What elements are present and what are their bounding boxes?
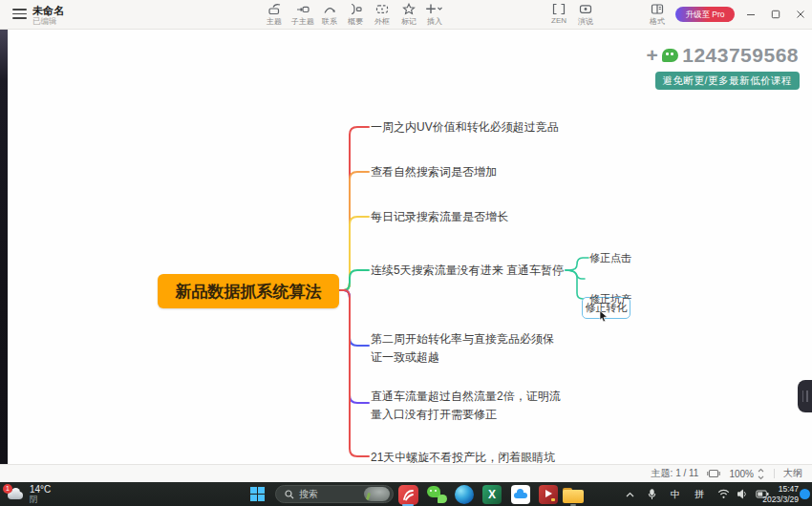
- sub-branch-line: [566, 258, 588, 270]
- sub-branch-line: [566, 270, 585, 279]
- taskbar-app-file-explorer[interactable]: [562, 483, 585, 506]
- topic-node[interactable]: 查看自然搜索词是否增加: [371, 164, 497, 179]
- zoom-control[interactable]: 100%: [729, 468, 765, 480]
- excel-icon: X: [482, 485, 502, 504]
- pitch-icon: [569, 3, 602, 15]
- fit-map-icon: [707, 468, 720, 479]
- topic-node[interactable]: 21天中螺旋不看投产比，闭着眼睛坑: [371, 450, 555, 464]
- desktop-edge: [0, 29, 8, 464]
- clock-time: 15:47: [762, 484, 799, 495]
- document-status: 已编辑: [32, 16, 57, 28]
- maximize-button[interactable]: [763, 0, 788, 29]
- folder-icon: [563, 488, 584, 504]
- tray-volume[interactable]: [734, 482, 751, 506]
- tray-microphone[interactable]: [643, 482, 660, 506]
- taskbar-app-wechat[interactable]: [425, 483, 448, 506]
- taskbar-app-excel[interactable]: X: [481, 483, 503, 506]
- outline-button[interactable]: 大纲: [783, 467, 802, 480]
- side-panel-handle[interactable]: [798, 380, 812, 412]
- close-icon: [796, 10, 805, 19]
- search-input[interactable]: 搜索: [275, 485, 394, 503]
- speaker-icon: [737, 489, 748, 499]
- subtopic-node[interactable]: 修正点击: [589, 251, 631, 265]
- taskbar-app-media[interactable]: [537, 483, 560, 506]
- wechat-app-icon: [427, 485, 447, 504]
- pitch-button[interactable]: 演说: [569, 3, 602, 27]
- clock-date: 2023/3/29: [762, 495, 799, 505]
- topic-node[interactable]: 一周之内UV价值和转化必须超过竞品: [371, 119, 559, 135]
- menu-icon[interactable]: [12, 9, 27, 19]
- microphone-icon: [647, 489, 657, 500]
- maximize-icon: [771, 10, 780, 19]
- titlebar: 未命名 已编辑 主题 子主题 联系 概要 外框 标记 插入 ZEN 演说 格式 …: [0, 0, 812, 30]
- subtopic-node[interactable]: 修正坑产: [589, 292, 631, 306]
- temperature: 14°C: [30, 484, 51, 495]
- taskbar: 1 14°C 阴 搜索 X: [0, 482, 812, 506]
- search-highlight-image: [364, 487, 390, 501]
- zoom-level: 100%: [729, 469, 754, 479]
- branch-line: [339, 290, 369, 456]
- cloud-icon: 1: [6, 488, 25, 501]
- insert-icon: [418, 3, 451, 15]
- taskbar-clock[interactable]: 15:47 2023/3/29: [762, 484, 799, 504]
- ime-language-button[interactable]: 中: [667, 482, 684, 506]
- taskbar-app-edge[interactable]: [453, 483, 476, 506]
- chevron-up-icon: [626, 492, 634, 497]
- cloud-drive-icon: [511, 485, 530, 504]
- weather-condition: 阴: [30, 495, 51, 504]
- mindmap-canvas[interactable]: + 1243759568 避免断更/更多最新低价课程 新品数据抓系统算法 一周之…: [0, 29, 812, 464]
- topic-icon: [258, 3, 290, 15]
- app-statusbar: 主题: 1 / 11 100% 大纲: [0, 464, 812, 482]
- branch-line: [339, 290, 369, 346]
- zoom-stepper-icon: [757, 468, 765, 480]
- close-button[interactable]: [788, 0, 812, 29]
- topic-node[interactable]: 直通车流量超过自然流量2倍，证明流 量入口没有打开需要修正: [371, 388, 575, 424]
- upgrade-pro-button[interactable]: 升级至 Pro: [675, 7, 735, 22]
- minimize-button[interactable]: [738, 0, 763, 29]
- taskbar-app-mindmap[interactable]: [396, 483, 419, 506]
- topic-counter: 主题: 1 / 11: [652, 467, 699, 480]
- taskbar-app-cloud-drive[interactable]: [509, 483, 532, 506]
- branch-line: [339, 127, 369, 290]
- wifi-icon: [717, 489, 730, 499]
- branch-line: [339, 270, 369, 290]
- format-button[interactable]: 格式: [641, 3, 673, 27]
- fit-map-button[interactable]: [707, 468, 720, 479]
- topic-button[interactable]: 主题: [258, 3, 290, 27]
- format-icon: [641, 3, 673, 15]
- topic-node[interactable]: 每日记录搜索流量是否增长: [371, 209, 508, 224]
- search-placeholder: 搜索: [299, 488, 364, 501]
- weather-widget[interactable]: 1 14°C 阴: [6, 484, 51, 504]
- start-button[interactable]: [250, 487, 265, 501]
- edge-icon: [455, 485, 474, 504]
- topic-node[interactable]: 连续5天搜索流量没有进来 直通车暂停: [371, 263, 564, 278]
- search-icon: [285, 490, 294, 499]
- root-topic[interactable]: 新品数据抓系统算法: [158, 274, 339, 308]
- minimize-icon: [746, 10, 756, 19]
- tray-expand-button[interactable]: [621, 482, 638, 506]
- mouse-cursor: [599, 310, 609, 323]
- notification-badge[interactable]: [800, 489, 810, 499]
- weather-alert-badge: 1: [3, 484, 12, 494]
- branch-line: [339, 217, 369, 290]
- branch-line: [339, 172, 369, 290]
- ime-layout-button[interactable]: 拼: [691, 482, 708, 506]
- mindmap-app-icon: [398, 485, 418, 505]
- topic-node[interactable]: 第二周开始转化率与直接竞品必须保 证一致或超越: [371, 330, 575, 367]
- media-app-icon: [539, 485, 558, 504]
- tray-wifi[interactable]: [715, 482, 732, 506]
- insert-button[interactable]: 插入: [418, 3, 451, 27]
- sub-branch-line: [566, 270, 588, 299]
